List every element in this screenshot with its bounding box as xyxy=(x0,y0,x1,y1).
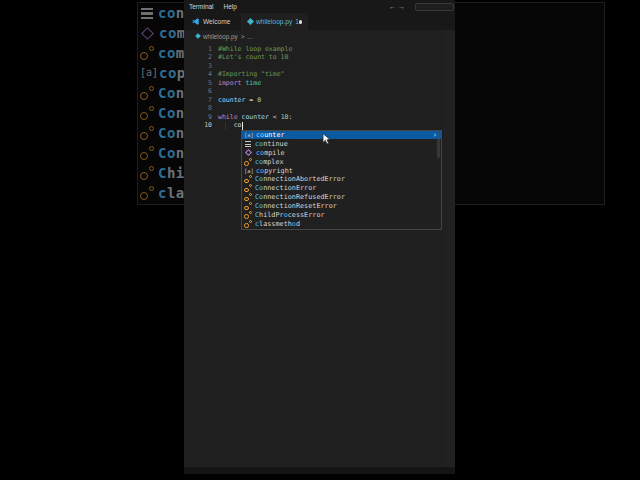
line-number: 7 xyxy=(184,96,212,105)
code-line: #Importing "time" xyxy=(218,70,292,79)
symbol-class-icon xyxy=(244,158,252,166)
code-line: import time xyxy=(218,79,292,88)
symbol-method-icon xyxy=(245,149,252,156)
code-line: co xyxy=(218,121,292,130)
code-line: #Let's count to 10 xyxy=(218,53,292,62)
vscode-window: Terminal Help ← → Welcome whileloop.py 1 xyxy=(184,0,455,467)
line-number: 6 xyxy=(184,87,212,96)
breadcrumb-more[interactable]: ... xyxy=(247,33,252,40)
nav-back-icon[interactable]: ← xyxy=(389,0,396,13)
screenshot-frame: continuecompilecomplex[a]copyrightConnec… xyxy=(0,0,640,480)
tab-welcome-label: Welcome xyxy=(203,18,230,25)
suggest-item[interactable]: [a]counter› xyxy=(242,131,441,140)
command-center-search[interactable] xyxy=(415,3,454,11)
symbol-class-icon xyxy=(140,186,154,200)
window-bottom-edge xyxy=(184,467,455,474)
suggest-item[interactable]: continue xyxy=(242,139,441,148)
gutter: 12345678910 xyxy=(184,45,212,130)
line-number: 1 xyxy=(184,45,212,54)
modified-dot-icon[interactable] xyxy=(299,20,303,24)
symbol-class-icon xyxy=(140,46,154,60)
code-line xyxy=(218,87,292,96)
suggest-item[interactable]: ConnectionAbortedError xyxy=(242,175,441,184)
code-line xyxy=(218,104,292,113)
suggest-item[interactable]: ConnectionRefusedError xyxy=(242,193,441,202)
suggest-item[interactable]: complex xyxy=(242,157,441,166)
editor-scrollbar[interactable] xyxy=(444,30,455,467)
suggest-item[interactable]: compile xyxy=(242,148,441,157)
indent-guide xyxy=(225,122,226,131)
suggest-widget[interactable]: [a]counter›continuecompilecomplex[a]copy… xyxy=(241,130,442,230)
symbol-text-icon: [a] xyxy=(140,66,155,80)
suggest-item[interactable]: ConnectionResetError xyxy=(242,202,441,211)
menu-bar: Terminal Help ← → xyxy=(184,0,455,13)
suggest-item[interactable]: ConnectionError xyxy=(242,184,441,193)
symbol-class-icon xyxy=(140,166,154,180)
suggest-scrollbar[interactable] xyxy=(437,132,440,158)
nav-forward-icon[interactable]: → xyxy=(398,0,405,13)
mouse-pointer-icon xyxy=(322,133,331,145)
suggest-item[interactable]: ChildProcessError xyxy=(242,211,441,220)
python-file-icon xyxy=(195,33,201,39)
symbol-method-icon xyxy=(141,27,154,40)
tab-bar: Welcome whileloop.py 1 xyxy=(184,13,455,30)
line-number: 4 xyxy=(184,70,212,79)
line-number: 8 xyxy=(184,104,212,113)
breadcrumb: whileloop.py > ... xyxy=(184,30,455,42)
symbol-class-icon xyxy=(140,146,154,160)
code-line: #While loop example xyxy=(218,45,292,54)
menu-help[interactable]: Help xyxy=(219,3,242,10)
line-number: 3 xyxy=(184,62,212,71)
symbol-class-icon xyxy=(244,211,252,219)
symbol-class-icon xyxy=(244,193,252,201)
symbol-text-icon: [a] xyxy=(244,131,253,139)
symbol-keyword-icon xyxy=(245,141,251,147)
symbol-class-icon xyxy=(140,126,154,140)
vscode-logo-icon xyxy=(192,18,199,25)
symbol-class-icon xyxy=(244,184,252,192)
code-lines[interactable]: #While loop example#Let's count to 10#Im… xyxy=(218,45,292,130)
code-line xyxy=(218,62,292,71)
tab-whileloop-label: whileloop.py xyxy=(256,18,292,25)
symbol-class-icon xyxy=(244,175,252,183)
line-number: 10 xyxy=(184,121,212,130)
symbol-class-icon xyxy=(140,106,154,120)
suggest-item[interactable]: [a]copyright xyxy=(242,166,441,175)
breadcrumb-separator: > xyxy=(241,33,245,40)
symbol-class-icon xyxy=(244,202,252,210)
symbol-class-icon xyxy=(140,86,154,100)
tab-welcome[interactable]: Welcome xyxy=(184,13,242,30)
symbol-text-icon: [a] xyxy=(244,167,253,175)
code-line: counter = 0 xyxy=(218,96,292,105)
symbol-keyword-icon xyxy=(141,8,153,19)
suggest-item[interactable]: classmethod xyxy=(242,219,441,228)
menu-terminal[interactable]: Terminal xyxy=(184,3,219,10)
breadcrumb-file[interactable]: whileloop.py xyxy=(203,33,238,40)
python-file-icon xyxy=(247,18,254,25)
suggest-list: [a]counter›continuecompilecomplex[a]copy… xyxy=(242,131,441,229)
line-number: 2 xyxy=(184,53,212,62)
symbol-class-icon xyxy=(244,220,252,228)
tab-whileloop[interactable]: whileloop.py 1 xyxy=(242,13,308,30)
code-line: while counter < 10: xyxy=(218,113,292,122)
line-number: 5 xyxy=(184,79,212,88)
line-number: 9 xyxy=(184,113,212,122)
